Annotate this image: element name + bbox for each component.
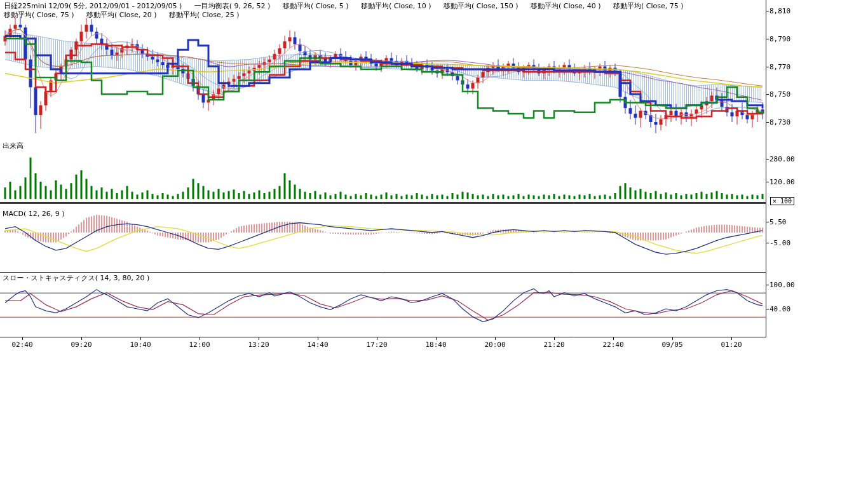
time-axis-label: 17:20 <box>362 341 392 349</box>
time-axis-label: 09:20 <box>66 341 97 349</box>
macd-panel[interactable] <box>0 203 766 272</box>
ma5-label: 移動平均( Close, 5 ) <box>283 2 349 10</box>
volume-panel-title: 出来高 <box>3 141 24 151</box>
macd-axis-tick: 5.50 <box>770 218 799 226</box>
ma150-label: 移動平均( Close, 150 ) <box>444 2 519 10</box>
ma75-label-2: 移動平均( Close, 75 ) <box>4 11 74 19</box>
time-axis-label: 21:20 <box>539 341 569 349</box>
time-axis-label: 01:20 <box>716 341 747 349</box>
stochastics-panel[interactable] <box>0 273 766 337</box>
volume-axis-tick: 280.00 <box>770 155 799 163</box>
stoch-axis-tick: 100.00 <box>770 281 799 289</box>
ma10-label: 移動平均( Close, 10 ) <box>361 2 431 10</box>
indicator-legend-line2: 移動平均( Close, 75 ) 移動平均( Close, 20 ) 移動平均… <box>4 10 250 20</box>
price-axis-tick: 8,790 <box>770 35 799 43</box>
ma25-label: 移動平均( Close, 25 ) <box>169 11 240 19</box>
ma20-label: 移動平均( Close, 20 ) <box>86 11 157 19</box>
time-axis-label: 02:40 <box>7 341 37 349</box>
price-axis-tick: 8,730 <box>770 118 799 126</box>
stoch-axis-tick: 40.00 <box>770 305 799 313</box>
time-axis-label: 09/05 <box>657 341 688 349</box>
price-axis-tick: 8,750 <box>770 90 799 98</box>
time-axis-label: 10:40 <box>125 341 156 349</box>
volume-multiplier-badge: × 100 <box>770 197 794 205</box>
indicator-legend-line1: 日経225mini 12/09( 5分, 2012/09/01 - 2012/0… <box>4 1 694 11</box>
chart-title-label: 日経225mini 12/09( 5分, 2012/09/01 - 2012/0… <box>4 2 182 10</box>
macd-axis-tick: -5.00 <box>770 239 799 247</box>
time-axis-label: 20:00 <box>480 341 510 349</box>
time-axis-label: 12:00 <box>184 341 215 349</box>
price-panel[interactable] <box>0 0 766 143</box>
volume-axis-tick: 120.00 <box>770 178 799 186</box>
time-axis-label: 14:40 <box>302 341 333 349</box>
price-axis-tick: 8,810 <box>770 7 799 15</box>
time-axis-label: 13:20 <box>243 341 274 349</box>
ma75-label: 移動平均( Close, 75 ) <box>613 2 684 10</box>
ichimoku-label: 一目均衡表( 9, 26, 52 ) <box>194 2 271 10</box>
ma40-label: 移動平均( Close, 40 ) <box>531 2 601 10</box>
volume-panel[interactable] <box>0 144 766 202</box>
stochastics-panel-title: スロー・ストキャスティクス( 14, 3, 80, 20 ) <box>3 273 149 283</box>
time-axis-label: 22:40 <box>598 341 628 349</box>
price-axis-tick: 8,770 <box>770 63 799 71</box>
charting-application: 日経225mini 12/09( 5分, 2012/09/01 - 2012/0… <box>0 0 868 488</box>
time-axis-label: 18:40 <box>421 341 451 349</box>
macd-panel-title: MACD( 12, 26, 9 ) <box>3 210 65 218</box>
